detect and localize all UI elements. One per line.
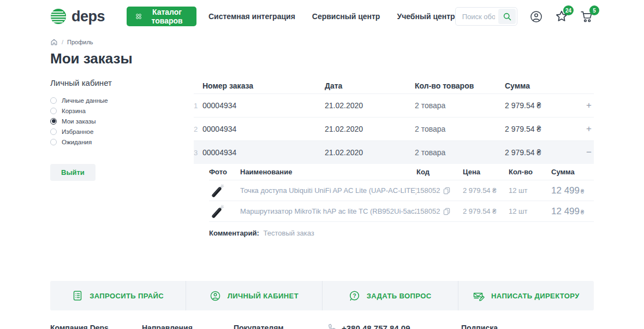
catalog-button[interactable]: Каталог товаров [127,7,196,26]
product-code: 158052 [416,186,440,195]
footer-directions-column: Направления Дистрибуция [142,324,234,329]
favorites-button[interactable]: 24 [555,9,568,24]
footer-subscribe-title: Подписка [461,324,594,329]
radio-icon [50,108,57,114]
search-icon [503,12,512,21]
product-link-ubiquiti[interactable]: Точка доступа Ubiquiti UniFi AP AC Lite … [240,186,416,195]
search-button[interactable] [498,9,516,24]
order-index: 3 [194,149,202,157]
account-button[interactable] [529,9,543,24]
search-box [455,7,517,26]
comment-text: Тестовый заказ [264,229,314,237]
deps-logo[interactable]: deps [50,8,105,25]
deps-globe-icon [50,8,67,25]
nav-service-center[interactable]: Сервисный центр [312,12,380,21]
sidebar-item-cart[interactable]: Корзина [50,107,194,114]
currency-symbol: ₴ [581,188,584,195]
sidebar-item-personal-data[interactable]: Личные данные [50,97,194,104]
sidebar-item-waiting[interactable]: Ожидания [50,138,194,145]
currency-symbol: ₴ [581,209,584,215]
product-photo[interactable] [209,181,240,201]
cart-badge: 5 [589,5,599,15]
footer-company-title: Компания Deps [50,324,142,329]
nav-system-integration[interactable]: Системная интеграция [208,12,295,21]
order-date: 21.02.2020 [325,101,415,110]
ask-question-button[interactable]: ? ЗАДАТЬ ВОПРОС [322,281,458,310]
home-icon[interactable] [50,38,58,46]
logout-button[interactable]: Выйти [50,164,96,181]
request-price-button[interactable]: ЗАПРОСИТЬ ПРАЙС [50,281,186,310]
sidebar-item-label: Личные данные [62,97,108,104]
grid-icon [136,12,141,21]
collapse-order-button[interactable]: − [584,148,594,157]
order-qty: 2 товара [415,148,505,157]
col-order-qty: Кол-во товаров [415,81,505,90]
sidebar-item-favorites[interactable]: Избранное [50,128,194,135]
breadcrumb-profile[interactable]: Профиль [67,39,93,45]
catalog-button-label: Каталог товаров [147,8,187,25]
col-qty: Кол-во [509,168,551,176]
expand-order-button[interactable]: + [584,124,594,134]
product-row: Маршрутизатор MikroTik hAP ac lite TC (R… [209,201,594,222]
order-sum: 2 979.54 ₴ [505,125,583,133]
product-photo[interactable] [209,202,240,221]
col-price: Цена [463,168,509,176]
order-date: 21.02.2020 [325,148,415,157]
copy-icon [443,208,450,215]
product-price: 2 979.54 ₴ [463,207,509,215]
quick-actions-bar: ЗАПРОСИТЬ ПРАЙС ЛИЧНЫЙ КАБИНЕТ ? ЗАДАТЬ … [50,281,594,310]
order-row-expanded: 3 00004934 21.02.2020 2 товара 2 979.54 … [194,140,594,164]
order-comment: Комментарий: Тестовый заказ [209,229,594,237]
copy-code-button[interactable] [443,208,450,215]
expand-order-button[interactable]: + [584,101,594,110]
order-qty: 2 товара [415,125,505,133]
phone-icon [327,324,337,329]
order-number: 00004934 [202,125,325,133]
user-circle-icon [210,290,221,302]
order-sum: 2 979.54 ₴ [505,101,583,110]
personal-account-button[interactable]: ЛИЧНЫЙ КАБИНЕТ [186,281,321,310]
page: deps Каталог товаров Системная интеграци… [0,0,644,329]
logo-text: deps [71,8,105,25]
footer-subscribe-column: Подписка Подписывайтесь, чтобы узнавать … [461,324,594,329]
product-photo-cable [209,181,226,201]
order-sum: 2 979.54 ₴ [505,148,583,157]
radio-icon [50,139,57,145]
ask-question-label: ЗАДАТЬ ВОПРОС [367,292,432,300]
question-icon: ? [349,290,360,302]
breadcrumb-separator: / [62,39,63,45]
footer-contact-column: +380 48 757 84 09 М [327,324,461,329]
sidebar-item-my-orders[interactable]: Мои заказы [50,118,194,125]
account-sidebar: Личный кабинет Личные данные Корзина Мои… [50,78,194,237]
footer-buyers-column: Покупателям Оплата [234,324,327,329]
product-link-mikrotik[interactable]: Маршрутизатор MikroTik hAP ac lite TC (R… [240,207,416,215]
page-title: Мои заказы [0,50,644,67]
orders-table: Номер заказа Дата Кол-во товаров Сумма 1… [194,78,594,237]
write-director-label: НАПИСАТЬ ДИРЕКТОРУ [491,292,580,300]
breadcrumb: / Профиль [0,38,644,46]
order-row: 1 00004934 21.02.2020 2 товара 2 979.54 … [194,93,594,117]
footer-phone[interactable]: +380 48 757 84 09 [342,324,410,329]
write-director-button[interactable]: НАПИСАТЬ ДИРЕКТОРУ [458,281,594,310]
cart-button[interactable]: 5 [580,9,594,24]
col-name: Наименование [240,168,416,176]
product-photo-cable [209,202,226,221]
sidebar-item-label: Мои заказы [62,118,96,125]
order-index: 2 [194,125,202,133]
sidebar-item-label: Ожидания [62,139,92,145]
svg-text:?: ? [353,292,356,298]
footer: Компания Deps О компании Направления Дис… [0,324,644,329]
order-qty: 2 товара [415,101,505,110]
product-row: Точка доступа Ubiquiti UniFi AP AC Lite … [209,180,594,201]
request-price-label: ЗАПРОСИТЬ ПРАЙС [90,292,164,300]
price-list-icon [72,290,83,301]
copy-code-button[interactable] [443,187,450,195]
footer-company-column: Компания Deps О компании [50,324,142,329]
copy-icon [443,187,450,195]
product-sum: 12 499₴ [551,206,594,217]
product-qty: 12 шт [509,207,551,215]
header: deps Каталог товаров Системная интеграци… [0,0,644,33]
nav-training-center[interactable]: Учебный центр [397,12,455,21]
mail-pencil-icon [473,290,485,302]
order-index: 1 [194,102,202,110]
